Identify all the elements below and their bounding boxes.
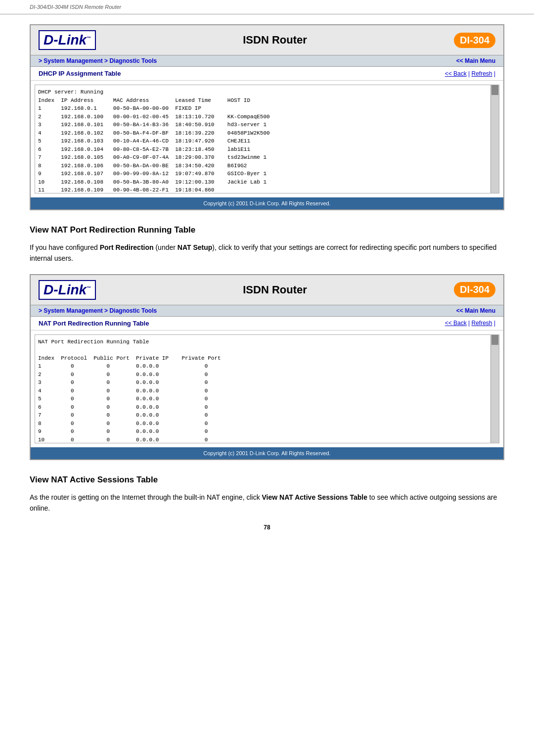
nat-panel-title: NAT Port Redirection Running Table xyxy=(39,320,149,327)
nat-table-container: NAT Port Redirection Running Table Index… xyxy=(35,334,499,443)
dhcp-panel-footer: Copyright (c) 2001 D-Link Corp. All Righ… xyxy=(31,197,503,209)
nat-refresh-link[interactable]: Refresh xyxy=(472,320,492,327)
page-number: 78 xyxy=(30,524,504,531)
dhcp-refresh-link[interactable]: Refresh xyxy=(472,70,492,77)
nat-panel-toolbar: NAT Port Redirection Running Table << Ba… xyxy=(31,317,503,331)
page-header: DI-304/DI-304M ISDN Remote Router xyxy=(0,0,534,14)
dhcp-main-menu[interactable]: << Main Menu xyxy=(456,57,495,64)
dhcp-table-data: DHCP server: Running Index IP Address MA… xyxy=(38,88,496,193)
nat-scrollbar-thumb[interactable] xyxy=(491,335,498,345)
nat-back-link[interactable]: << Back xyxy=(445,320,467,327)
main-content: D-Link™ ISDN Router DI-304 > System Mana… xyxy=(0,14,534,551)
nat-router-title: ISDN Router xyxy=(96,284,454,296)
nat-main-menu[interactable]: << Main Menu xyxy=(456,307,495,314)
dhcp-back-link[interactable]: << Back xyxy=(445,70,467,77)
nat-router-panel: D-Link™ ISDN Router DI-304 > System Mana… xyxy=(30,274,504,460)
nat-port-section: View NAT Port Redirection Running Table … xyxy=(30,225,504,264)
dlink-logo: D-Link™ xyxy=(39,30,96,50)
nat-panel-header: D-Link™ ISDN Router DI-304 xyxy=(31,275,503,305)
nat-panel-body: NAT Port Redirection Running Table Index… xyxy=(31,331,503,447)
dhcp-panel-toolbar: DHCP IP Assignment Table << Back | Refre… xyxy=(31,67,503,81)
dhcp-panel-body: DHCP server: Running Index IP Address MA… xyxy=(31,81,503,197)
nat-active-section: View NAT Active Sessions Table As the ro… xyxy=(30,475,504,514)
dhcp-panel-actions: << Back | Refresh | xyxy=(445,70,495,77)
nat-panel-actions: << Back | Refresh | xyxy=(445,320,495,327)
nat-active-text: As the router is getting on the Internet… xyxy=(30,492,504,514)
dhcp-panel-header: D-Link™ ISDN Router DI-304 xyxy=(31,25,503,55)
nat-active-heading: View NAT Active Sessions Table xyxy=(30,475,504,485)
dhcp-scrollbar-thumb[interactable] xyxy=(491,85,498,95)
dhcp-table-container: DHCP server: Running Index IP Address MA… xyxy=(35,85,499,193)
dlink-tm: ™ xyxy=(87,36,91,41)
dhcp-breadcrumb: > System Management > Diagnostic Tools xyxy=(39,57,157,64)
dhcp-router-title: ISDN Router xyxy=(96,34,454,47)
nat-table-data: NAT Port Redirection Running Table Index… xyxy=(38,338,496,443)
nat-nav-bar: > System Management > Diagnostic Tools <… xyxy=(31,305,503,317)
nat-breadcrumb: > System Management > Diagnostic Tools xyxy=(39,307,157,314)
dhcp-panel-title: DHCP IP Assignment Table xyxy=(39,70,121,77)
nat-port-text: If you have configured Port Redirection … xyxy=(30,242,504,264)
dhcp-di304-badge: DI-304 xyxy=(454,33,495,48)
dlink-logo-text: D-Link™ xyxy=(39,30,96,50)
nat-panel-footer: Copyright (c) 2001 D-Link Corp. All Righ… xyxy=(31,447,503,459)
nat-dlink-tm: ™ xyxy=(87,285,91,290)
nat-dlink-logo: D-Link™ xyxy=(39,280,96,300)
dhcp-nav-bar: > System Management > Diagnostic Tools <… xyxy=(31,55,503,67)
nat-port-heading: View NAT Port Redirection Running Table xyxy=(30,225,504,235)
nat-di304-badge: DI-304 xyxy=(454,282,495,297)
nat-dlink-logo-text: D-Link™ xyxy=(39,280,96,300)
dhcp-router-panel: D-Link™ ISDN Router DI-304 > System Mana… xyxy=(30,24,504,210)
